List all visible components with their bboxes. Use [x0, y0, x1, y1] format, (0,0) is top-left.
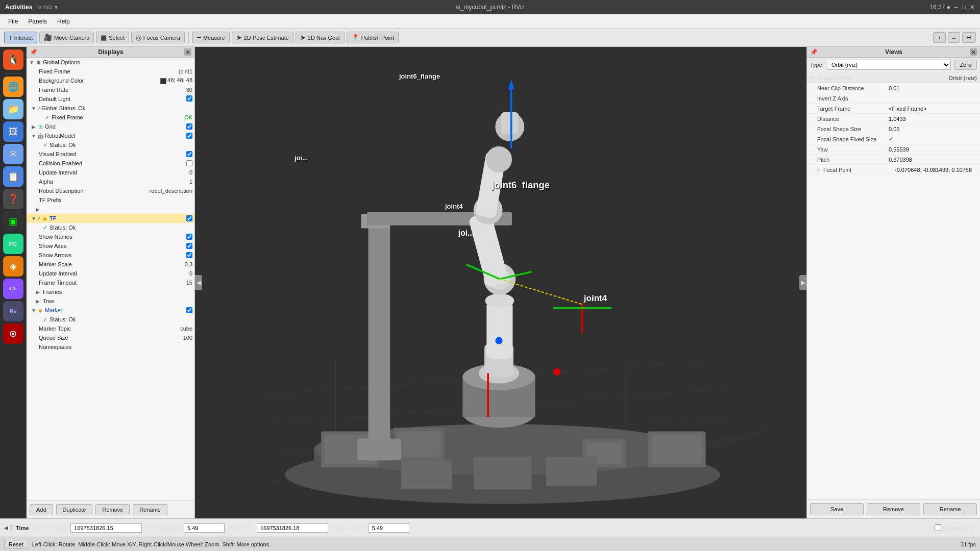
- experimental-checkbox[interactable]: [935, 524, 941, 531]
- ros-elapsed-input[interactable]: [184, 523, 225, 533]
- tf-checkbox[interactable]: [186, 215, 192, 221]
- tf-row[interactable]: ▼ ✓ ◆ TF: [27, 214, 194, 223]
- visual-enabled-checkbox[interactable]: [186, 151, 192, 157]
- menu-file[interactable]: File: [4, 16, 22, 27]
- global-options-expand[interactable]: ▼: [29, 60, 35, 65]
- links-row[interactable]: ▶: [27, 205, 194, 214]
- show-axes-checkbox[interactable]: [186, 243, 192, 249]
- dock-terminal[interactable]: ▣: [3, 211, 23, 232]
- dock-rviz[interactable]: Rv: [3, 301, 23, 321]
- zoom-in-button[interactable]: +: [933, 32, 945, 43]
- frame-rate-value[interactable]: 30: [186, 87, 192, 93]
- near-clip-value[interactable]: 0.01: [889, 85, 977, 91]
- views-remove-button[interactable]: Remove: [867, 503, 920, 515]
- pose-estimate-button[interactable]: ➤ 2D Pose Estimate: [232, 32, 293, 43]
- wall-elapsed-input[interactable]: [369, 523, 409, 533]
- reset-button[interactable]: Reset: [4, 540, 28, 549]
- remove-button[interactable]: Remove: [95, 504, 130, 515]
- dock-files[interactable]: 📁: [3, 99, 23, 119]
- links-expand[interactable]: ▶: [35, 207, 41, 212]
- dock-pycharm[interactable]: PC: [3, 234, 23, 254]
- marker-row[interactable]: ▼ ◆ Marker: [27, 306, 194, 315]
- collapse-right-arrow[interactable]: ▶: [799, 275, 806, 290]
- views-save-button[interactable]: Save: [810, 503, 864, 515]
- collapse-left-arrow[interactable]: ◀: [195, 275, 202, 290]
- marker-scale-value[interactable]: 0.3: [185, 261, 192, 267]
- nav-goal-button[interactable]: ➤ 2D Nav Goal: [296, 32, 345, 43]
- dock-browser[interactable]: 🌐: [3, 77, 23, 97]
- menu-help[interactable]: Help: [53, 16, 74, 27]
- dock-help[interactable]: ❓: [3, 189, 23, 209]
- dock-mail[interactable]: ✉: [3, 144, 23, 164]
- dock-photo[interactable]: 🖼: [3, 121, 23, 142]
- queue-size-value[interactable]: 100: [183, 335, 192, 341]
- frame-timeout-value[interactable]: 15: [186, 280, 192, 286]
- 3d-viewport[interactable]: ◀: [195, 47, 806, 518]
- displays-close-button[interactable]: ✕: [184, 48, 191, 56]
- grid-expand[interactable]: ▶: [31, 124, 37, 130]
- current-view-header[interactable]: ▼ Current View Orbit (rviz): [807, 73, 980, 83]
- update-interval-value[interactable]: 0: [189, 169, 192, 176]
- zoom-out-button[interactable]: –: [948, 32, 960, 43]
- global-options-row[interactable]: ▼ ⚙ Global Options: [27, 58, 194, 67]
- marker-topic-value[interactable]: cube: [180, 325, 192, 332]
- publish-point-button[interactable]: 📍 Publish Point: [347, 32, 399, 43]
- add-button[interactable]: Add: [30, 504, 53, 515]
- default-light-checkbox[interactable]: [186, 95, 192, 102]
- tf-update-interval-value[interactable]: 0: [189, 270, 192, 277]
- show-names-checkbox[interactable]: [186, 234, 192, 240]
- global-status-row[interactable]: ▼ ✓ Global Status: Ok: [27, 104, 194, 113]
- collision-enabled-checkbox[interactable]: [186, 160, 192, 166]
- maximize-button[interactable]: □: [962, 4, 966, 11]
- frames-row[interactable]: ▶ Frames: [27, 287, 194, 296]
- robot-description-value[interactable]: robot_description: [150, 188, 192, 194]
- menu-panels[interactable]: Panels: [24, 16, 51, 27]
- measure-button[interactable]: ━ Measure: [192, 32, 230, 43]
- dock-trash[interactable]: ⊗: [3, 323, 23, 344]
- views-close-button[interactable]: ✕: [970, 48, 977, 56]
- target-frame-value[interactable]: <Fixed Frame>: [889, 106, 977, 112]
- wm-label[interactable]: rv rviz ▾: [36, 4, 57, 11]
- focus-camera-button[interactable]: ◎ Focus Camera: [131, 32, 185, 43]
- ros-time-input[interactable]: [70, 523, 142, 533]
- select-button[interactable]: ▦ Select: [96, 32, 129, 43]
- marker-expand[interactable]: ▼: [31, 308, 37, 313]
- robotmodel-row[interactable]: ▼ 🤖 RobotModel: [27, 131, 194, 140]
- duplicate-button[interactable]: Duplicate: [56, 504, 93, 515]
- tree-expand[interactable]: ▶: [35, 298, 41, 304]
- close-button[interactable]: ✕: [970, 4, 975, 11]
- background-color-swatch[interactable]: 48; 48; 48: [160, 77, 192, 84]
- global-status-expand[interactable]: ▼: [31, 106, 37, 111]
- pitch-value[interactable]: 0.370398: [889, 157, 977, 163]
- focal-point-value[interactable]: -0.070648; -0.081499; 0.10758: [895, 167, 977, 173]
- fixed-frame-value[interactable]: joint1: [179, 68, 192, 74]
- show-arrows-checkbox[interactable]: [186, 252, 192, 258]
- robotmodel-checkbox[interactable]: [186, 133, 192, 139]
- rename-button[interactable]: Rename: [133, 504, 167, 515]
- tf-expand[interactable]: ▼: [31, 216, 37, 221]
- focal-point-expand[interactable]: ▶: [817, 166, 821, 173]
- dock-ubuntu[interactable]: 🐧: [3, 49, 23, 70]
- alpha-value[interactable]: 1: [189, 179, 192, 185]
- dock-blender[interactable]: ◈: [3, 256, 23, 277]
- zero-button[interactable]: Zero: [954, 60, 977, 70]
- wall-time-input[interactable]: [257, 523, 328, 533]
- focal-shape-fixed-value[interactable]: ✓: [889, 136, 977, 142]
- activities-button[interactable]: Activities: [5, 4, 32, 11]
- yaw-value[interactable]: 0.55539: [889, 146, 977, 153]
- zoom-fit-button[interactable]: ⊕: [962, 32, 976, 43]
- interact-button[interactable]: ↕ Interact: [4, 32, 37, 43]
- focal-shape-size-value[interactable]: 0.05: [889, 126, 977, 132]
- move-camera-button[interactable]: 🎥 Move Camera: [39, 32, 94, 43]
- minimize-button[interactable]: –: [954, 4, 958, 11]
- frames-expand[interactable]: ▶: [35, 289, 41, 295]
- dock-office[interactable]: 📋: [3, 166, 23, 187]
- grid-row[interactable]: ▶ ⊞ Grid: [27, 122, 194, 131]
- dock-scratch[interactable]: ✏: [3, 279, 23, 299]
- marker-checkbox[interactable]: [186, 307, 192, 313]
- robotmodel-expand[interactable]: ▼: [31, 133, 37, 139]
- grid-checkbox[interactable]: [186, 123, 192, 130]
- distance-value[interactable]: 1.0433: [889, 116, 977, 122]
- views-type-select[interactable]: Orbit (rviz): [827, 60, 951, 70]
- views-rename-button[interactable]: Rename: [923, 503, 977, 515]
